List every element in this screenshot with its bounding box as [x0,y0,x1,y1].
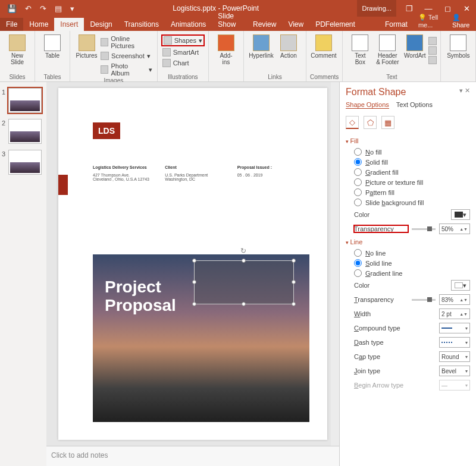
format-shape-pane: Format Shape▾ ✕ Shape Options Text Optio… [339,82,476,466]
section-fill[interactable]: Fill [346,135,470,147]
logo: LDS [93,122,120,139]
tab-file[interactable]: File [0,18,23,31]
start-show-icon[interactable]: ▤ [55,4,62,13]
opt-gradient-fill[interactable]: Gradient fill [346,167,470,177]
compound-type-drop[interactable]: ▾ [439,323,470,333]
hyperlink-button[interactable]: Hyperlink [248,32,275,59]
group-illustrations: Illustrations [161,74,205,80]
photo-album-button[interactable]: Photo Album▾ [99,62,154,77]
thumb-3[interactable]: 3 [8,150,42,175]
line-transparency-slider[interactable] [412,299,436,301]
resize-handle[interactable] [292,259,296,263]
online-pictures-button[interactable]: Online Pictures [99,34,154,50]
tab-transitions[interactable]: Transitions [118,18,165,31]
fill-transparency-value[interactable]: 50%▲▼ [439,223,470,234]
tab-design[interactable]: Design [84,18,118,31]
size-props-icon[interactable]: ▦ [381,116,394,129]
resize-handle[interactable] [292,280,296,284]
join-type-drop[interactable]: Bevel▾ [439,366,470,376]
effects-icon[interactable]: ⬠ [364,116,377,129]
redo-icon[interactable]: ↷ [40,4,46,13]
fill-transparency-slider[interactable] [412,228,436,230]
opt-solid-fill[interactable]: Solid fill [346,157,470,167]
share-button[interactable]: 👤 Share [446,11,476,31]
smartart-button[interactable]: SmartArt [161,48,205,57]
resize-handle[interactable] [292,302,296,306]
text-more-icon-2[interactable] [428,46,437,55]
new-slide-button[interactable]: New Slide [4,32,31,65]
opt-pattern-fill[interactable]: Pattern fill [346,187,470,197]
compound-type-label: Compound type [354,325,436,332]
group-slides: Slides [4,74,31,80]
shapes-icon [164,36,172,45]
resize-handle[interactable] [192,259,196,263]
begin-arrow-label: Begin Arrow type [354,382,436,389]
opt-no-line[interactable]: No line [346,248,470,258]
chart-button[interactable]: Chart [161,58,205,68]
undo-icon[interactable]: ↶ [25,4,32,13]
context-tab-label: Drawing... [357,0,396,17]
symbols-button[interactable]: Symbols [444,32,472,59]
line-width-label: Width [354,310,436,317]
tell-me[interactable]: 💡 Tell me... [414,11,446,31]
tab-slideshow[interactable]: Slide Show [212,10,247,31]
tab-view[interactable]: View [282,18,309,31]
pictures-button[interactable]: Pictures [74,32,99,59]
opt-picture-fill[interactable]: Picture or texture fill [346,177,470,187]
table-button[interactable]: Table [39,32,66,59]
line-width-value[interactable]: 2 pt▲▼ [439,308,470,319]
comment-button[interactable]: Comment [310,32,337,59]
red-accent [58,175,68,195]
pane-close-icon[interactable]: ✕ [465,87,470,94]
fill-transparency-label: Transparency [354,225,408,232]
opt-no-fill[interactable]: No fill [346,147,470,157]
header-footer-button[interactable]: Header & Footer [374,32,401,65]
vertical-scrollbar[interactable] [331,82,339,446]
opt-solid-line[interactable]: Solid line [346,258,470,268]
fill-line-icon[interactable]: ◇ [346,116,359,129]
line-transparency-value[interactable]: 83%▲▼ [439,294,470,305]
ribbon-tabs: File Home Insert Design Transitions Anim… [0,17,476,31]
pane-tab-text-options[interactable]: Text Options [396,101,433,109]
action-button[interactable]: Action [275,32,302,59]
line-color-button[interactable]: ▾ [451,280,470,291]
text-more-icon[interactable] [428,37,437,45]
resize-handle[interactable] [192,302,196,306]
pane-menu-icon[interactable]: ▾ [459,87,463,94]
tab-animations[interactable]: Animations [165,18,212,31]
screenshot-button[interactable]: Screenshot▾ [99,51,154,61]
resize-handle[interactable] [192,280,196,284]
notes-pane[interactable]: Click to add notes [46,446,339,466]
dash-type-drop[interactable]: ▾ [439,337,470,348]
text-more-icon-3[interactable] [428,56,437,64]
group-tables: Tables [39,74,66,80]
tab-pdfelement[interactable]: PDFelement [309,18,361,31]
resize-handle[interactable] [242,259,246,263]
thumb-2[interactable]: 2 [8,119,42,144]
slide-meta: Logistics Delivery Services427 Thompson … [93,165,309,181]
resize-handle[interactable] [242,302,246,306]
tab-format[interactable]: Format [379,18,414,31]
qat-more-icon[interactable]: ▾ [70,4,74,13]
thumb-1[interactable]: 1 [8,88,42,113]
cap-type-drop[interactable]: Round▾ [439,351,470,362]
tab-insert[interactable]: Insert [54,18,84,31]
join-type-label: Join type [354,367,436,374]
textbox-button[interactable]: Text Box [346,32,374,65]
addins-button[interactable]: Add- ins [212,32,240,65]
begin-arrow-drop: —▾ [439,380,470,391]
rotate-handle[interactable]: ↻ [240,247,246,255]
tab-home[interactable]: Home [23,18,54,31]
shapes-button[interactable]: Shapes▾ [161,34,205,46]
opt-gradient-line[interactable]: Gradient line [346,268,470,278]
wordart-button[interactable]: WordArt [401,32,428,59]
opt-slide-bg-fill[interactable]: Slide background fill [346,197,470,207]
selected-shape[interactable]: ↻ [194,260,294,304]
dash-type-label: Dash type [354,339,436,346]
pane-title: Format Shape [346,87,406,97]
section-line[interactable]: Line [346,236,470,248]
save-icon[interactable]: 💾 [7,4,17,13]
fill-color-button[interactable]: ▾ [451,209,470,220]
pane-tab-shape-options[interactable]: Shape Options [346,101,389,109]
tab-review[interactable]: Review [247,18,282,31]
